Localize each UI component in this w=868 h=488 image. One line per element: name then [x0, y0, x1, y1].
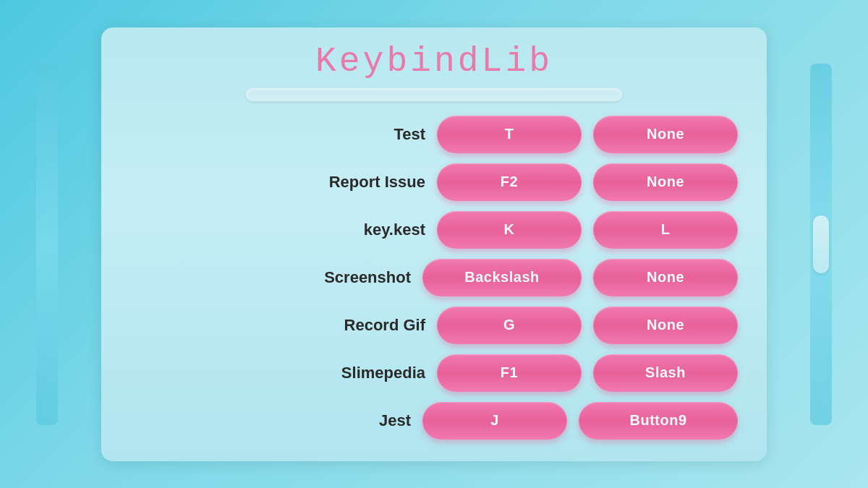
- app-title: KeybindLib: [315, 42, 553, 81]
- table-row: ScreenshotBackslashNone: [130, 259, 738, 296]
- table-row: JestJButton9: [130, 402, 738, 440]
- main-panel: KeybindLib TestTNoneReport IssueF2Noneke…: [101, 27, 767, 461]
- keybind-primary-button[interactable]: G: [437, 307, 582, 344]
- table-row: Record GifGNone: [130, 307, 738, 344]
- keybind-primary-button[interactable]: F1: [437, 354, 582, 392]
- keybind-secondary-button[interactable]: Button9: [579, 402, 738, 440]
- keybind-label: key.kest: [310, 221, 425, 239]
- table-row: TestTNone: [130, 116, 738, 153]
- keybind-label: Report Issue: [310, 173, 425, 192]
- keybinds-grid: TestTNoneReport IssueF2Nonekey.kestKLScr…: [130, 116, 738, 440]
- keybind-secondary-button[interactable]: None: [593, 307, 738, 344]
- table-row: key.kestKL: [130, 211, 738, 249]
- keybind-primary-button[interactable]: J: [422, 402, 567, 440]
- keybind-primary-button[interactable]: T: [437, 116, 582, 153]
- keybind-primary-button[interactable]: K: [437, 211, 582, 249]
- keybind-secondary-button[interactable]: None: [593, 259, 738, 296]
- keybind-label: Jest: [295, 411, 411, 430]
- left-panel: [36, 64, 58, 425]
- keybind-label: Screenshot: [295, 268, 411, 287]
- outer-wrapper: KeybindLib TestTNoneReport IssueF2Noneke…: [36, 20, 832, 468]
- right-panel: [810, 64, 832, 425]
- table-row: Report IssueF2None: [130, 163, 738, 201]
- keybind-label: Test: [310, 125, 425, 144]
- keybind-label: Record Gif: [310, 316, 425, 335]
- scrollbar-thumb[interactable]: [813, 215, 829, 273]
- table-row: SlimepediaF1Slash: [130, 354, 738, 392]
- keybind-primary-button[interactable]: Backslash: [422, 259, 582, 296]
- keybind-primary-button[interactable]: F2: [437, 163, 582, 201]
- keybind-secondary-button[interactable]: None: [593, 116, 738, 153]
- keybind-secondary-button[interactable]: Slash: [593, 354, 738, 392]
- keybind-label: Slimepedia: [310, 364, 425, 382]
- keybind-secondary-button[interactable]: L: [593, 211, 738, 249]
- keybind-secondary-button[interactable]: None: [593, 163, 738, 201]
- scroll-indicator: [246, 88, 622, 101]
